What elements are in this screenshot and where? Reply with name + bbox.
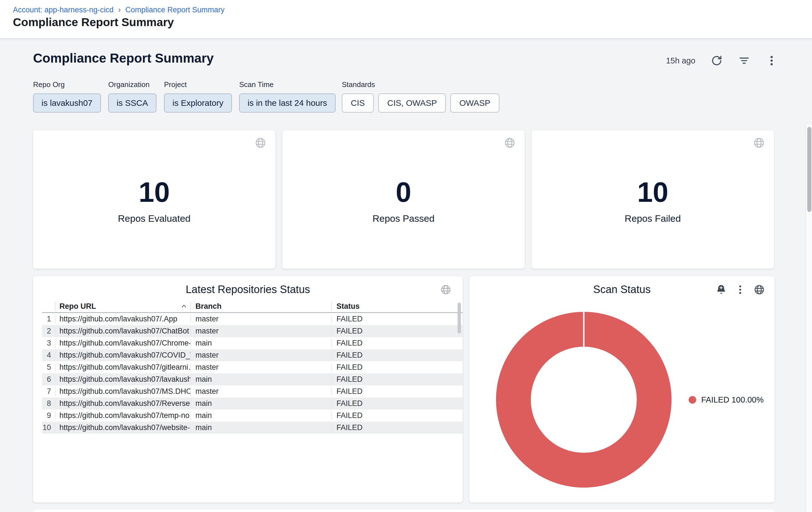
scan-status-donut-chart[interactable] [488, 304, 679, 495]
stat-value: 0 [282, 178, 525, 207]
globe-icon [753, 137, 765, 149]
breadcrumb: Account: app-harness-ng-cicd › Complianc… [13, 6, 225, 14]
row-number: 4 [42, 351, 55, 359]
row-number: 5 [42, 363, 55, 372]
compliance-report-screen: Account: app-harness-ng-cicd › Complianc… [0, 0, 812, 512]
filter-icon[interactable] [738, 54, 750, 67]
filter-group-scan-time: Scan Time is in the last 24 hours [239, 80, 336, 113]
legend-marker-failed [689, 396, 696, 404]
repo-url-cell: https://github.com/lavakush07/ChatBot [55, 327, 191, 335]
page-scrollbar-track[interactable] [806, 124, 812, 512]
branch-cell: main [191, 423, 331, 432]
table-row[interactable]: 5 https://github.com/lavakush07/gitlearn… [42, 361, 463, 373]
stat-label: Repos Passed [282, 213, 525, 224]
filter-group-project: Project is Exploratory [164, 80, 232, 113]
table-row[interactable]: 1 https://github.com/lavakush07/.App mas… [42, 313, 463, 325]
repo-url-cell: https://github.com/lavakush07/COVID_T… [55, 351, 191, 359]
table-header-row: Repo URL Branch Status [42, 300, 463, 313]
filter-label-organization: Organization [108, 80, 156, 89]
filter-chip-organization[interactable]: is SSCA [108, 93, 156, 113]
status-cell: FAILED [331, 351, 463, 359]
dashboard-title: Compliance Report Summary [33, 51, 214, 66]
repo-url-cell: https://github.com/lavakush07/.App [55, 315, 191, 323]
filter-chip-repo-org[interactable]: is lavakush07 [33, 93, 101, 113]
standards-option-cis[interactable]: CIS [342, 93, 374, 113]
stat-card-repos-failed: 10 Repos Failed [532, 130, 774, 269]
table-row[interactable]: 8 https://github.com/lavakush07/Reverse-… [42, 398, 463, 409]
repo-url-cell: https://github.com/lavakush07/lavakush… [55, 375, 191, 384]
repo-url-cell: https://github.com/lavakush07/gitlearni… [55, 363, 191, 372]
column-header-repo-url[interactable]: Repo URL [55, 302, 191, 311]
table-row[interactable]: 10 https://github.com/lavakush07/website… [42, 422, 463, 434]
filter-label-project: Project [164, 80, 232, 89]
stat-value: 10 [532, 178, 774, 207]
stat-card-repos-evaluated: 10 Repos Evaluated [33, 130, 276, 269]
table-body: 1 https://github.com/lavakush07/.App mas… [42, 313, 463, 434]
table-row[interactable]: 9 https://github.com/lavakush07/temp-no…… [42, 409, 463, 422]
filter-label-scan-time: Scan Time [239, 80, 336, 89]
row-number: 6 [42, 375, 55, 384]
branch-cell: master [191, 363, 331, 372]
status-cell: FAILED [331, 423, 463, 432]
status-cell: FAILED [331, 363, 463, 372]
branch-cell: master [191, 315, 331, 323]
table-scrollbar[interactable] [458, 303, 461, 333]
filter-chip-scan-time[interactable]: is in the last 24 hours [239, 93, 336, 113]
column-header-branch[interactable]: Branch [191, 302, 331, 311]
filter-label-standards: Standards [342, 80, 499, 89]
bell-plus-icon[interactable] [716, 284, 727, 295]
stat-label: Repos Evaluated [33, 213, 276, 224]
chart-legend[interactable]: FAILED 100.00% [689, 395, 763, 404]
breadcrumb-current-link[interactable]: Compliance Report Summary [125, 6, 225, 14]
filter-chip-project[interactable]: is Exploratory [164, 93, 232, 113]
dashboard-actions: 15h ago [666, 54, 778, 67]
sort-ascending-icon[interactable] [180, 303, 187, 310]
status-cell: FAILED [331, 387, 463, 396]
filter-group-standards: Standards CIS CIS, OWASP OWASP [342, 80, 499, 113]
table-row[interactable]: 3 https://github.com/lavakush07/Chrome-…… [42, 337, 463, 349]
repo-url-cell: https://github.com/lavakush07/Chrome-… [55, 339, 191, 348]
page-title: Compliance Report Summary [13, 16, 174, 29]
repo-url-cell: https://github.com/lavakush07/temp-no… [55, 411, 191, 420]
row-number: 7 [42, 387, 55, 396]
last-refreshed-label: 15h ago [666, 56, 695, 65]
table-row[interactable]: 4 https://github.com/lavakush07/COVID_T…… [42, 349, 463, 361]
top-header: Account: app-harness-ng-cicd › Complianc… [0, 0, 812, 39]
refresh-icon[interactable] [710, 54, 723, 67]
status-cell: FAILED [331, 339, 463, 348]
table-row[interactable]: 7 https://github.com/lavakush07/MS.DHO… … [42, 385, 463, 398]
table-row[interactable]: 6 https://github.com/lavakush07/lavakush… [42, 373, 463, 385]
standards-option-cis-owasp[interactable]: CIS, OWASP [378, 93, 446, 113]
kebab-menu-icon[interactable] [765, 54, 778, 67]
globe-icon [440, 284, 452, 295]
repo-url-cell: https://github.com/lavakush07/website-1 [55, 423, 191, 432]
breadcrumb-account-link[interactable]: Account: app-harness-ng-cicd [13, 6, 114, 14]
branch-cell: master [191, 387, 331, 396]
status-cell: FAILED [331, 327, 463, 335]
stat-content: 10 Repos Failed [532, 178, 774, 224]
scan-status-panel: Scan Status [469, 276, 775, 503]
row-number: 1 [42, 315, 55, 323]
stat-label: Repos Failed [532, 213, 774, 224]
branch-cell: main [191, 375, 331, 384]
table-row[interactable]: 2 https://github.com/lavakush07/ChatBot … [42, 325, 463, 337]
row-number: 10 [42, 423, 55, 432]
row-number: 3 [42, 339, 55, 348]
legend-label-failed: FAILED 100.00% [701, 395, 763, 404]
stat-card-repos-passed: 0 Repos Passed [282, 130, 525, 269]
column-header-repo-url-label: Repo URL [59, 302, 96, 311]
repo-url-cell: https://github.com/lavakush07/MS.DHO… [55, 387, 191, 396]
globe-icon[interactable] [754, 284, 765, 295]
globe-icon [255, 137, 266, 149]
row-number: 8 [42, 399, 55, 408]
latest-repositories-panel: Latest Repositories Status Repo URL Br [33, 276, 463, 503]
page-scrollbar-thumb[interactable] [807, 127, 811, 212]
globe-icon [504, 137, 516, 149]
repo-url-cell: https://github.com/lavakush07/Reverse-… [55, 399, 191, 408]
column-header-status[interactable]: Status [331, 302, 463, 311]
breadcrumb-chevron-icon: › [118, 5, 121, 14]
standards-option-owasp[interactable]: OWASP [450, 93, 499, 113]
kebab-menu-icon[interactable] [735, 284, 746, 295]
status-cell: FAILED [331, 315, 463, 323]
scan-panel-actions [716, 284, 765, 295]
